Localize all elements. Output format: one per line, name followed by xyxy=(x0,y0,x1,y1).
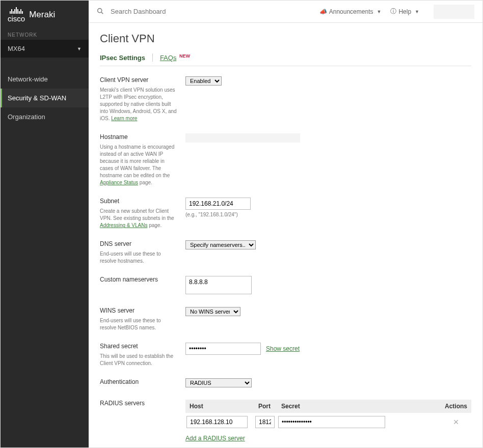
radius-table: Host Port Secret Actions × xyxy=(185,400,471,431)
col-port: Port xyxy=(254,400,277,413)
radius-label: RADIUS servers xyxy=(100,400,177,407)
wins-label: WINS server xyxy=(100,307,177,314)
search-input[interactable] xyxy=(108,6,209,17)
secret-input[interactable] xyxy=(185,343,261,355)
sidebar-item-network-wide[interactable]: Network-wide xyxy=(1,70,89,89)
show-secret-link[interactable]: Show secret xyxy=(266,345,300,352)
col-host: Host xyxy=(185,400,254,413)
remove-row-button[interactable]: × xyxy=(441,413,471,431)
search-icon xyxy=(97,8,103,16)
auth-select[interactable]: RADIUS xyxy=(185,378,252,387)
brand-logo: cisco Meraki xyxy=(1,1,89,32)
network-selector[interactable]: MX64 ▼ xyxy=(1,40,89,58)
dns-select[interactable]: Specify nameservers... xyxy=(185,240,256,249)
wins-select[interactable]: No WINS servers xyxy=(185,307,240,316)
custom-ns-input[interactable]: 8.8.8.8 xyxy=(185,276,252,294)
hostname-help: Using a hostname is encouraged instead o… xyxy=(100,144,177,186)
wins-help: End-users will use these to resolve NetB… xyxy=(100,317,177,331)
announcements-link[interactable]: 📣 Announcements ▼ xyxy=(319,8,382,15)
client-vpn-server-label: Client VPN server xyxy=(100,76,177,83)
tab-faqs[interactable]: FAQs NEW xyxy=(160,53,190,66)
radius-port-input[interactable] xyxy=(255,416,275,428)
bullhorn-icon: 📣 xyxy=(319,8,327,15)
brand-cisco: cisco xyxy=(8,14,25,23)
addressing-vlans-link[interactable]: Addressing & VLANs xyxy=(100,222,147,228)
client-vpn-server-select[interactable]: Enabled xyxy=(185,76,222,86)
chevron-down-icon: ▼ xyxy=(415,9,419,14)
brand-meraki: Meraki xyxy=(29,10,55,20)
appliance-status-link[interactable]: Appliance Status xyxy=(100,180,138,185)
user-menu[interactable] xyxy=(434,5,474,19)
help-link[interactable]: ⓘ Help ▼ xyxy=(390,7,419,16)
page-title: Client VPN xyxy=(100,32,471,45)
secret-help: This will be used to establish the Clien… xyxy=(100,353,177,367)
col-secret: Secret xyxy=(277,400,441,413)
hostname-value xyxy=(185,133,300,143)
chevron-down-icon: ▼ xyxy=(77,46,82,51)
svg-line-1 xyxy=(101,12,103,13)
dns-label: DNS server xyxy=(100,240,177,247)
client-vpn-server-help: Meraki's client VPN solution uses L2TP w… xyxy=(100,87,177,122)
subnet-input[interactable] xyxy=(185,198,251,210)
learn-more-link[interactable]: Learn more xyxy=(111,116,137,121)
add-radius-server-link[interactable]: Add a RADIUS server xyxy=(185,435,245,442)
network-value: MX64 xyxy=(8,45,25,52)
subnet-help: Create a new subnet for Client VPN. See … xyxy=(100,208,177,229)
topbar: 📣 Announcements ▼ ⓘ Help ▼ xyxy=(89,1,482,23)
cisco-bars-icon xyxy=(10,7,23,14)
table-header-row: Host Port Secret Actions xyxy=(185,400,471,413)
tabs: IPsec Settings FAQs NEW xyxy=(100,53,471,66)
subnet-label: Subnet xyxy=(100,198,177,205)
col-actions: Actions xyxy=(441,400,471,413)
custom-ns-label: Custom nameservers xyxy=(100,276,177,283)
network-label: NETWORK xyxy=(1,32,89,40)
sidebar-item-security-sdwan[interactable]: Security & SD-WAN xyxy=(1,89,89,107)
dns-help: End-users will use these to resolve host… xyxy=(100,250,177,265)
help-icon: ⓘ xyxy=(390,7,396,16)
auth-label: Authentication xyxy=(100,378,177,385)
chevron-down-icon: ▼ xyxy=(377,9,381,14)
hostname-label: Hostname xyxy=(100,133,177,141)
subnet-hint: (e.g., "192.168.1.0/24") xyxy=(185,212,471,217)
table-row: × xyxy=(185,413,471,431)
sidebar: cisco Meraki NETWORK MX64 ▼ Network-wide… xyxy=(1,1,89,447)
tab-ipsec-settings[interactable]: IPsec Settings xyxy=(100,54,145,66)
new-badge: NEW xyxy=(179,53,190,59)
secret-label: Shared secret xyxy=(100,343,177,350)
radius-host-input[interactable] xyxy=(186,416,248,428)
svg-point-0 xyxy=(98,8,102,12)
radius-secret-input[interactable] xyxy=(278,416,385,428)
sidebar-item-organization[interactable]: Organization xyxy=(1,107,89,126)
